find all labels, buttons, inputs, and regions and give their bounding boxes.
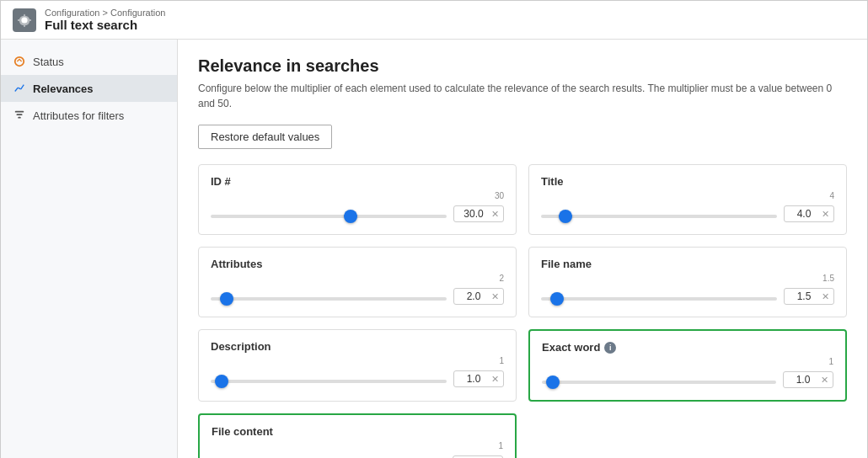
sidebar-item-status[interactable]: Status bbox=[1, 48, 177, 75]
svg-rect-7 bbox=[18, 117, 21, 119]
slider-label-title: Title bbox=[541, 175, 834, 188]
status-icon bbox=[13, 55, 26, 68]
slider-max-id: 30 bbox=[211, 191, 504, 200]
slider-file-name[interactable] bbox=[541, 297, 777, 301]
slider-input-wrap-exact-word: ✕ bbox=[783, 371, 833, 388]
app-container: Configuration > Configuration Full text … bbox=[0, 0, 868, 458]
slider-card-attributes: Attributes 2 ✕ bbox=[198, 247, 517, 317]
relevance-icon bbox=[13, 82, 26, 95]
slider-card-file-name: File name 1.5 ✕ bbox=[528, 247, 847, 317]
slider-label-file-content: File content bbox=[212, 425, 503, 438]
slider-label-exact-word: Exact word i bbox=[542, 341, 833, 354]
slider-row-file-name: ✕ bbox=[541, 288, 834, 305]
restore-default-button[interactable]: Restore default values bbox=[198, 125, 332, 149]
slider-input-title[interactable] bbox=[788, 208, 820, 220]
svg-line-2 bbox=[15, 88, 19, 91]
slider-input-file-name[interactable] bbox=[788, 290, 820, 302]
slider-row-attributes: ✕ bbox=[211, 288, 504, 305]
slider-input-description[interactable] bbox=[458, 373, 490, 385]
content-title: Relevance in searches bbox=[198, 56, 847, 76]
sidebar-item-relevances[interactable]: Relevances bbox=[1, 75, 177, 102]
svg-line-4 bbox=[21, 85, 24, 89]
slider-label-file-name: File name bbox=[541, 258, 834, 270]
slider-max-title: 4 bbox=[541, 191, 834, 200]
slider-clear-attributes[interactable]: ✕ bbox=[490, 291, 501, 302]
app-logo bbox=[13, 8, 36, 32]
slider-wrapper-exact-word bbox=[542, 374, 776, 386]
slider-row-id: ✕ bbox=[211, 205, 504, 222]
breadcrumb: Configuration > Configuration bbox=[45, 8, 165, 18]
slider-max-exact-word: 1 bbox=[542, 357, 833, 366]
slider-card-id: ID # 30 ✕ bbox=[198, 164, 517, 235]
slider-exact-word[interactable] bbox=[542, 381, 776, 384]
slider-max-description: 1 bbox=[211, 356, 504, 365]
slider-id[interactable] bbox=[211, 215, 447, 218]
content-description: Configure below the multiplier of each e… bbox=[198, 81, 847, 111]
slider-input-wrap-description: ✕ bbox=[453, 370, 504, 387]
slider-label-attributes: Attributes bbox=[211, 258, 504, 270]
slider-row-title: ✕ bbox=[541, 205, 834, 222]
slider-max-file-name: 1.5 bbox=[541, 274, 834, 283]
slider-input-id[interactable] bbox=[458, 208, 490, 220]
slider-input-wrap-id: ✕ bbox=[453, 205, 504, 222]
header: Configuration > Configuration Full text … bbox=[1, 1, 867, 40]
slider-clear-id[interactable]: ✕ bbox=[490, 209, 501, 220]
slider-input-wrap-attributes: ✕ bbox=[453, 288, 504, 305]
sliders-grid: ID # 30 ✕ bbox=[198, 164, 847, 458]
slider-card-description: Description 1 ✕ bbox=[198, 329, 517, 402]
slider-row-exact-word: ✕ bbox=[542, 371, 833, 388]
slider-clear-file-name[interactable]: ✕ bbox=[820, 291, 831, 302]
svg-rect-5 bbox=[15, 111, 24, 113]
svg-line-3 bbox=[18, 88, 21, 89]
slider-max-file-content: 1 bbox=[212, 441, 503, 450]
sidebar-item-attributes-for-filters[interactable]: Attributes for filters bbox=[1, 102, 177, 129]
slider-input-exact-word[interactable] bbox=[787, 374, 819, 386]
svg-rect-6 bbox=[17, 114, 23, 115]
slider-wrapper-description bbox=[211, 373, 447, 386]
page-title: Full text search bbox=[45, 18, 165, 32]
sidebar: Status Relevances bbox=[1, 40, 178, 458]
slider-wrapper-attributes bbox=[211, 290, 447, 303]
slider-clear-description[interactable]: ✕ bbox=[490, 374, 501, 385]
slider-label-id: ID # bbox=[211, 175, 504, 188]
slider-row-description: ✕ bbox=[211, 370, 504, 387]
svg-point-1 bbox=[15, 57, 24, 67]
slider-wrapper-id bbox=[211, 208, 447, 221]
slider-input-attributes[interactable] bbox=[458, 290, 490, 302]
sidebar-item-attributes-label: Attributes for filters bbox=[33, 109, 124, 122]
info-icon-exact-word[interactable]: i bbox=[604, 342, 616, 354]
slider-card-exact-word: Exact word i 1 ✕ bbox=[528, 329, 847, 402]
slider-card-file-content: File content 1 ✕ bbox=[198, 413, 517, 458]
slider-clear-title[interactable]: ✕ bbox=[820, 209, 831, 220]
slider-input-wrap-title: ✕ bbox=[784, 205, 834, 222]
content-area: Relevance in searches Configure below th… bbox=[178, 40, 867, 458]
slider-title[interactable] bbox=[541, 215, 777, 218]
slider-wrapper-title bbox=[541, 208, 777, 221]
slider-description[interactable] bbox=[211, 380, 447, 383]
slider-wrapper-file-name bbox=[541, 290, 777, 303]
sidebar-item-relevances-label: Relevances bbox=[33, 83, 94, 95]
slider-max-attributes: 2 bbox=[211, 274, 504, 283]
sidebar-item-status-label: Status bbox=[33, 56, 64, 68]
slider-attributes[interactable] bbox=[211, 297, 447, 301]
filter-icon bbox=[13, 109, 26, 122]
slider-input-wrap-file-name: ✕ bbox=[784, 288, 834, 305]
slider-clear-exact-word[interactable]: ✕ bbox=[819, 375, 830, 386]
slider-label-description: Description bbox=[211, 340, 504, 353]
slider-card-title: Title 4 ✕ bbox=[528, 164, 847, 235]
main-layout: Status Relevances bbox=[1, 40, 867, 458]
